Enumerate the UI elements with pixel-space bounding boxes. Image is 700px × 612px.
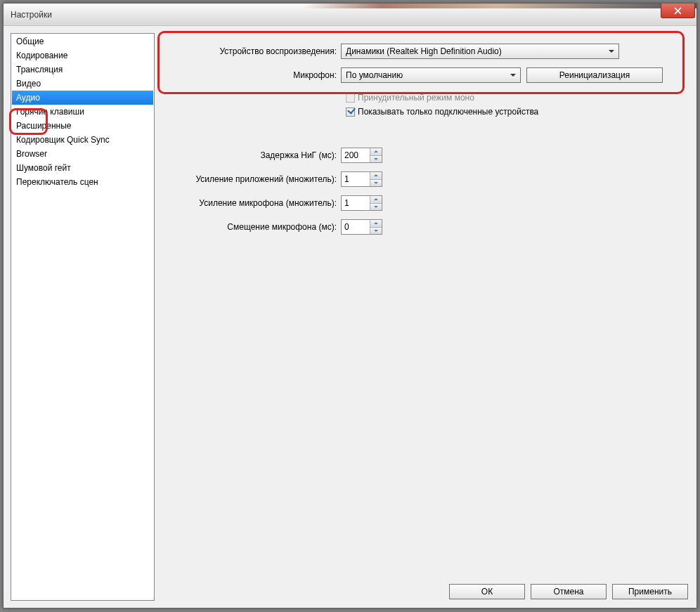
sidebar-item-broadcast[interactable]: Трансляция — [12, 63, 153, 77]
chevron-down-icon — [374, 230, 378, 232]
playback-device-value: Динамики (Realtek High Definition Audio) — [346, 46, 502, 56]
show-connected-label: Показывать только подключенные устройств… — [358, 107, 538, 117]
sidebar-item-label: Расширенные — [16, 121, 72, 131]
mic-gain-label: Усиление микрофона (множитель): — [162, 198, 341, 208]
spinner-buttons[interactable] — [370, 148, 382, 162]
titlebar-decoration — [303, 4, 696, 8]
app-gain-spinner[interactable] — [341, 171, 382, 187]
force-mono-row: Принудительный режим моно — [346, 91, 689, 105]
sidebar-item-advanced[interactable]: Расширенные — [12, 119, 153, 133]
mic-gain-input[interactable] — [342, 196, 370, 210]
ok-button[interactable]: ОК — [449, 584, 525, 599]
apply-button[interactable]: Применить — [612, 584, 688, 599]
spinner-down[interactable] — [370, 228, 382, 235]
delay-spinner[interactable] — [341, 148, 382, 163]
microphone-value: По умолчанию — [346, 70, 403, 80]
sidebar-item-label: Кодировщик Quick Sync — [16, 135, 110, 145]
sidebar-item-label: Кодирование — [16, 51, 67, 60]
sidebar-item-audio[interactable]: Аудио — [12, 91, 153, 105]
mic-offset-row: Смещение микрофона (мс): — [162, 219, 689, 235]
chevron-down-icon — [374, 158, 378, 160]
playback-device-label: Устройство воспроизведения: — [162, 46, 341, 56]
spinner-up[interactable] — [370, 220, 382, 228]
chevron-up-icon — [374, 150, 378, 152]
playback-device-dropdown[interactable]: Динамики (Realtek High Definition Audio) — [341, 44, 619, 59]
reinitialize-label: Реинициализация — [559, 70, 630, 80]
show-connected-row: Показывать только подключенные устройств… — [346, 105, 689, 119]
sidebar-item-label: Трансляция — [16, 65, 63, 74]
app-gain-input[interactable] — [342, 172, 370, 186]
chevron-down-icon — [374, 182, 378, 184]
delay-label: Задержка НиГ (мс): — [162, 150, 341, 160]
sidebar-item-label: Переключатель сцен — [16, 177, 98, 187]
sidebar-item-video[interactable]: Видео — [12, 77, 153, 91]
ok-label: ОК — [481, 587, 493, 597]
delay-row: Задержка НиГ (мс): — [162, 147, 689, 164]
microphone-label: Микрофон: — [162, 70, 341, 80]
sidebar-item-label: Аудио — [16, 93, 40, 103]
app-gain-label: Усиление приложений (множитель): — [162, 174, 341, 184]
spinner-up[interactable] — [370, 196, 382, 204]
sidebar-item-label: Browser — [16, 149, 47, 159]
settings-pane: Устройство воспроизведения: Динамики (Re… — [162, 33, 689, 601]
microphone-row: Микрофон: По умолчанию Реинициализация — [162, 67, 689, 84]
sidebar-item-label: Видео — [16, 79, 41, 89]
sidebar-item-label: Общие — [16, 37, 44, 46]
spinner-buttons[interactable] — [370, 196, 382, 210]
sidebar-item-quicksync[interactable]: Кодировщик Quick Sync — [12, 133, 153, 147]
chevron-up-icon — [374, 222, 378, 224]
mic-offset-label: Смещение микрофона (мс): — [162, 222, 341, 232]
chevron-down-icon — [374, 206, 378, 208]
sidebar-item-noisegate[interactable]: Шумовой гейт — [12, 161, 153, 175]
sidebar-item-encoding[interactable]: Кодирование — [12, 48, 153, 63]
force-mono-label: Принудительный режим моно — [358, 93, 474, 103]
spinner-down[interactable] — [370, 156, 382, 163]
spinner-buttons[interactable] — [370, 220, 382, 234]
spinner-down[interactable] — [370, 180, 382, 187]
category-sidebar[interactable]: Общие Кодирование Трансляция Видео Аудио… — [11, 33, 155, 601]
mic-gain-row: Усиление микрофона (множитель): — [162, 195, 689, 211]
window-title: Настройки — [11, 10, 52, 20]
close-button[interactable] — [661, 4, 695, 18]
cancel-button[interactable]: Отмена — [531, 584, 607, 599]
sidebar-item-hotkeys[interactable]: Горячие клавиши — [12, 105, 153, 119]
close-icon — [674, 7, 682, 15]
apply-label: Применить — [628, 587, 672, 597]
cancel-label: Отмена — [553, 587, 583, 597]
sidebar-item-general[interactable]: Общие — [12, 34, 153, 48]
microphone-dropdown[interactable]: По умолчанию — [341, 67, 521, 83]
dialog-body: Общие Кодирование Трансляция Видео Аудио… — [4, 26, 696, 608]
sidebar-item-sceneswitcher[interactable]: Переключатель сцен — [12, 175, 153, 189]
chevron-down-icon — [609, 50, 614, 53]
delay-input[interactable] — [342, 148, 370, 162]
chevron-up-icon — [374, 174, 378, 176]
playback-device-row: Устройство воспроизведения: Динамики (Re… — [162, 43, 689, 60]
sidebar-item-label: Горячие клавиши — [16, 107, 84, 117]
settings-window: Настройки Общие Кодирование Трансляция В… — [3, 3, 697, 608]
sidebar-item-label: Шумовой гейт — [16, 163, 71, 173]
spinner-up[interactable] — [370, 172, 382, 180]
spinner-down[interactable] — [370, 204, 382, 211]
show-connected-checkbox[interactable] — [346, 108, 355, 117]
reinitialize-button[interactable]: Реинициализация — [526, 67, 663, 83]
chevron-up-icon — [374, 198, 378, 200]
app-gain-row: Усиление приложений (множитель): — [162, 171, 689, 188]
dialog-button-bar: ОК Отмена Применить — [449, 584, 688, 599]
chevron-down-icon — [510, 74, 516, 77]
titlebar[interactable]: Настройки — [4, 4, 696, 26]
spinner-up[interactable] — [370, 148, 382, 156]
mic-offset-spinner[interactable] — [341, 219, 382, 235]
mic-offset-input[interactable] — [342, 220, 370, 234]
force-mono-checkbox[interactable] — [346, 93, 355, 103]
sidebar-item-browser[interactable]: Browser — [12, 147, 153, 161]
spinner-buttons[interactable] — [370, 172, 382, 186]
mic-gain-spinner[interactable] — [341, 195, 382, 211]
